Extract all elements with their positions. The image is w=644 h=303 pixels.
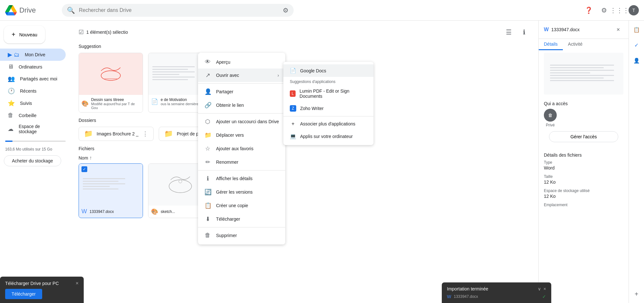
header-actions: ❓ ⚙ ⋮⋮⋮ T: [582, 4, 639, 17]
search-input[interactable]: [79, 7, 279, 13]
docx-icon: W: [81, 208, 87, 215]
menu-item-ouvrir-avec[interactable]: ↗ Ouvrir avec ›: [198, 69, 285, 82]
submenu-zoho[interactable]: Z Zoho Writer: [283, 102, 374, 115]
menu-item-obtenir-lien[interactable]: 🔗 Obtenir le lien: [198, 98, 285, 112]
menu-item-favoris[interactable]: ☆ Ajouter aux favoris: [198, 142, 285, 155]
menu-item-renommer[interactable]: ✏ Renommer: [198, 155, 285, 169]
sidebar-item-partages[interactable]: 👥 Partagés avec moi: [0, 73, 66, 85]
main-content: ☑ 1 élément(s) sélectio ☰ ℹ Suggestion: [71, 21, 538, 303]
partager-label: Partager: [216, 89, 279, 94]
location-label: Emplacement: [544, 203, 623, 207]
content-toolbar: ☑ 1 élément(s) sélectio ☰ ℹ: [79, 26, 531, 39]
favoris-label: Ajouter aux favoris: [216, 146, 279, 151]
panel-file-icon: W: [544, 27, 549, 32]
zoho-icon: Z: [290, 105, 296, 112]
toolbar-right: ☰ ℹ: [502, 26, 531, 39]
docx-preview-content: [79, 174, 143, 195]
filter-icon[interactable]: ⚙: [283, 6, 289, 14]
fichiers-section-title: Fichiers: [79, 146, 531, 151]
notif-title: Télécharger Drive pour PC: [5, 281, 59, 286]
right-panel: W 1333947.docx × Détails Activité: [538, 21, 629, 303]
help-button[interactable]: ❓: [582, 4, 595, 17]
lumin-label: Lumin PDF - Edit or Sign Documents: [299, 88, 367, 99]
import-title: Importation terminée: [447, 286, 488, 291]
menu-item-afficher-details[interactable]: ℹ Afficher les détails: [198, 172, 285, 185]
type-label: Type: [544, 160, 623, 165]
recent-icon: 🕐: [8, 87, 15, 95]
folder-images-brochure[interactable]: 📁 Images Brochure 2 _ ⋮: [79, 127, 154, 141]
download-button[interactable]: Télécharger: [5, 289, 42, 299]
sort-direction: ↑: [90, 155, 92, 161]
apps-button[interactable]: ⋮⋮⋮: [613, 4, 626, 17]
favoris-icon: ☆: [204, 145, 211, 152]
menu-item-apercu[interactable]: 👁 Aperçu: [198, 55, 285, 69]
menu-item-gerer-versions[interactable]: 🔄 Gérer les versions: [198, 185, 285, 199]
file-checkbox[interactable]: ✓: [81, 166, 87, 172]
sidebar-item-stockage[interactable]: ☁ Espace de stockage: [0, 121, 66, 137]
menu-item-telecharger[interactable]: ⬇ Télécharger: [198, 212, 285, 226]
panel-header: W 1333947.docx ×: [539, 21, 629, 39]
access-label: Privé: [546, 123, 554, 127]
vertical-btn-3[interactable]: 👤: [630, 54, 643, 67]
submenu-ouvrir-avec: 📄 Google Docs Suggestions d'applications…: [283, 62, 374, 145]
sidebar-item-suivis[interactable]: ⭐ Suivis: [0, 97, 66, 109]
dessin-modified: Modifié aujourd'hui par T de Gou: [91, 102, 140, 110]
versions-label: Gérer les versions: [216, 189, 279, 195]
menu-item-supprimer[interactable]: 🗑 Supprimer: [198, 229, 285, 242]
menu-divider-1: [198, 83, 285, 84]
menu-item-partager[interactable]: 👤 Partager: [198, 85, 285, 98]
suggestion-card-dessin[interactable]: 🎨 Dessin sans titreee Modifié aujourd'hu…: [79, 53, 143, 113]
submenu-google-docs[interactable]: 📄 Google Docs: [283, 64, 374, 77]
card-footer-dessin: 🎨 Dessin sans titreee Modifié aujourd'hu…: [79, 95, 143, 112]
avatar[interactable]: T: [629, 5, 639, 15]
star-icon: ⭐: [8, 100, 15, 107]
panel-tab-details[interactable]: Détails: [539, 39, 563, 50]
docx-name: 1333947.docx: [90, 209, 140, 214]
storage-used-label: Espace de stockage utilisé: [544, 188, 623, 193]
lien-label: Obtenir le lien: [216, 103, 279, 108]
sidebar-item-corbeille[interactable]: 🗑 Corbeille: [0, 109, 66, 121]
import-file-row: W 1333947.docx ✓: [447, 294, 546, 299]
folder-more-images[interactable]: ⋮: [142, 130, 148, 137]
details-section-title: Détails des fichiers: [544, 152, 623, 158]
menu-item-deplacer[interactable]: 📁 Déplacer vers: [198, 128, 285, 142]
plus-icon: +: [12, 31, 15, 38]
submenu-apps-computer[interactable]: 💻 Applis sur votre ordinateur: [283, 130, 374, 142]
menu-item-raccourci[interactable]: ⬡ Ajouter un raccourci dans Drive: [198, 115, 285, 128]
manage-access-button[interactable]: Gérer l'accès: [549, 131, 618, 142]
sidebar-item-mon-drive[interactable]: ▶ 🗂 Mon Drive: [0, 49, 66, 61]
notif-close-button[interactable]: ×: [76, 280, 79, 286]
menu-divider-4: [198, 227, 285, 227]
sidebar-label-ordinateurs: Ordinateurs: [19, 64, 42, 69]
menu-item-copie[interactable]: 📋 Créer une copie: [198, 199, 285, 212]
motivation-modified: ous la semaine dernière: [161, 102, 198, 106]
search-bar[interactable]: 🔍 ⚙: [62, 4, 294, 17]
list-view-button[interactable]: ☰: [502, 26, 515, 39]
info-button[interactable]: ℹ: [518, 26, 531, 39]
sidebar-item-recents[interactable]: 🕐 Récents: [0, 85, 66, 97]
new-button[interactable]: + Nouveau: [4, 26, 45, 43]
vertical-btn-2[interactable]: ✓: [630, 39, 643, 51]
folder-yellow-icon: 📁: [84, 130, 93, 138]
sidebar-item-ordinateurs[interactable]: 🖥 Ordinateurs: [0, 61, 66, 73]
buy-storage-button[interactable]: Acheter du stockage: [4, 155, 61, 166]
panel-tab-activite[interactable]: Activité: [563, 39, 588, 50]
motivation-icon: 📄: [151, 98, 158, 105]
settings-button[interactable]: ⚙: [598, 4, 611, 17]
import-collapse-button[interactable]: ∨: [538, 286, 541, 291]
copie-label: Créer une copie: [216, 203, 279, 208]
submenu-associate[interactable]: + Associer plus d'applications: [283, 118, 374, 130]
file-card-docx[interactable]: ✓ W: [79, 163, 143, 218]
import-close-button[interactable]: ×: [544, 286, 546, 291]
ouvrir-icon: ↗: [204, 72, 211, 79]
vertical-btn-add[interactable]: +: [630, 288, 643, 300]
sidebar: + Nouveau ▶ 🗂 Mon Drive 🖥 Ordinateurs 👥 …: [0, 21, 71, 303]
submenu-lumin[interactable]: L Lumin PDF - Edit or Sign Documents: [283, 85, 374, 102]
shared-icon: 👥: [8, 75, 15, 82]
details-type: Type Word: [544, 160, 623, 170]
svg-point-7: [169, 180, 192, 193]
menu-divider-2: [198, 113, 285, 114]
details-label: Afficher les détails: [216, 176, 279, 181]
panel-close-button[interactable]: ×: [613, 24, 623, 35]
vertical-btn-1[interactable]: 📋: [630, 23, 643, 36]
